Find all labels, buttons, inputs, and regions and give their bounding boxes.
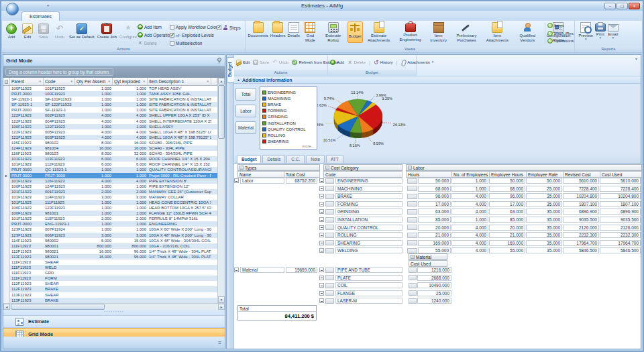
side-button-total[interactable]: Total (235, 88, 256, 101)
horizontal-scroll-thumb[interactable] (11, 304, 105, 310)
filter-icon[interactable]: ▼ (39, 80, 42, 83)
grid-vertical-scrollbar[interactable]: ▲ ▼ (217, 78, 225, 303)
material-cost-row[interactable]: 1240.000 (409, 298, 451, 304)
ribbon-button-product-engineering[interactable]: Product Engineering (395, 21, 426, 43)
ribbon-button-delete[interactable]: Delete (138, 40, 172, 46)
checkbox-icon[interactable] (170, 25, 174, 30)
filter-icon[interactable]: ▼ (207, 80, 209, 83)
cost-category-row[interactable]: FORMING (319, 201, 402, 207)
ribbon-button-configure[interactable]: Configure (119, 22, 138, 41)
table-row[interactable]: 113F1192398002116.00096.0001/4" Thick X … (3, 254, 217, 259)
labor-row[interactable]: 169.0004.000169.00035.00017964.70017964.… (407, 240, 641, 246)
column-header-item-description-1[interactable]: Item Description 1▼ (148, 78, 211, 85)
toolbar-button-save[interactable]: Save (253, 60, 269, 65)
table-row[interactable]: 122F11923005F119234.0004.000SHELL 10GA X… (3, 129, 217, 135)
toolbar-button-edit[interactable]: Edit (236, 60, 250, 65)
expander-icon[interactable] (319, 186, 324, 191)
table-row[interactable]: 101F11923115F119232.0002.000FERRULE 8" 1… (3, 216, 217, 221)
toolbar-button-add[interactable]: Add (330, 60, 344, 65)
group-by-bar[interactable]: Drag a column header here to group by th… (3, 66, 225, 78)
toolbar-button-delete[interactable]: Delete (347, 60, 366, 65)
table-row[interactable]: 111F11923GRD (3, 270, 217, 276)
table-row[interactable]: 111F11923FORM (3, 276, 217, 281)
expander-icon[interactable] (319, 276, 324, 280)
expander-icon[interactable] (319, 233, 324, 237)
expander-icon[interactable] (319, 298, 324, 303)
table-row[interactable]: 101F11923111F119231.0001.000HEAD CONE EC… (3, 200, 217, 205)
ribbon-button-details[interactable]: Details (287, 21, 301, 43)
steps-toggle[interactable]: Steps (217, 25, 241, 30)
table-row[interactable]: 123F11923007F119241.0001.00010GA X 60" W… (3, 227, 217, 232)
checkbox-icon[interactable] (170, 33, 174, 38)
select-all-cell[interactable] (3, 78, 10, 85)
expander-icon[interactable] (319, 178, 324, 183)
table-row[interactable]: 123F11923006F119233.0003.00010GA X 48" W… (3, 233, 217, 238)
ribbon-button-print[interactable]: Print▼ (594, 21, 606, 42)
expander-icon[interactable] (319, 202, 324, 207)
expander-icon[interactable] (319, 248, 324, 253)
table-row[interactable]: 112F11923BRAKE (3, 286, 217, 292)
expander-icon[interactable] (319, 241, 324, 245)
table-row[interactable]: 100F11923122F119231.0001.000SHELL ASSY (3, 124, 217, 129)
expander-icon[interactable] (319, 291, 324, 296)
column-header-qty-per-assem[interactable]: Qty Per Assem▼ (75, 78, 113, 85)
ribbon-button-preview[interactable]: Preview▼ (578, 21, 594, 42)
table-row[interactable]: 113F11923SHEAR (3, 292, 217, 298)
cost-category-row[interactable]: BRAKE (319, 193, 402, 199)
ribbon-button-documents[interactable]: Documents (248, 21, 269, 43)
expander-icon[interactable] (319, 217, 324, 222)
labor-row[interactable]: 50.0001.00050.00050.0005610.0005610.000 (407, 178, 641, 184)
labor-row[interactable]: 96.0004.00096.00035.00010204.80010204.80… (407, 193, 641, 199)
side-button-labor[interactable]: Labor (235, 105, 256, 117)
ribbon-button-grid-mode[interactable]: Grid Mode (301, 21, 319, 43)
expander-icon[interactable] (319, 194, 324, 198)
ribbon-button-email[interactable]: Email▼ (607, 21, 619, 42)
expander-icon[interactable] (319, 209, 324, 214)
labor-row[interactable]: 21.0004.00021.00035.0002232.3002232.300 (407, 232, 641, 238)
column-header-code[interactable]: Code (323, 171, 402, 178)
labor-row[interactable]: 68.0001.00068.00025.0007228.4007228.400 (407, 186, 641, 192)
toolbar-button-undo[interactable]: Undo (272, 60, 288, 65)
table-row[interactable]: 101F11923116F119234.0004.000PIPE EXTENSI… (3, 178, 217, 184)
additional-information-header[interactable]: ▲ Additional Information (234, 76, 641, 84)
scroll-down-icon[interactable]: ▼ (218, 296, 225, 303)
filter-icon[interactable]: ▼ (143, 80, 146, 83)
cost-category-row[interactable]: SHEARING (319, 240, 402, 246)
table-row[interactable]: 111F11923SHEAR (3, 259, 217, 265)
ribbon-button-add-operation[interactable]: Add Operation (138, 32, 172, 38)
column-header-parent[interactable]: Parent▼ (10, 78, 44, 85)
table-row[interactable]: 111F11923WELD (3, 265, 217, 270)
table-row[interactable]: 122F11923002F119234.0004.000SHELL UPPER … (3, 113, 217, 118)
nav-item-estimate[interactable]: Estimate (3, 315, 225, 328)
table-row[interactable]: 122F11923004F119234.0004.000SHELL INTERR… (3, 119, 217, 124)
panel-splitter[interactable]: ········· (3, 310, 225, 315)
vertical-scroll-thumb[interactable] (218, 85, 225, 139)
checkbox-multiselection[interactable]: Multiselection (170, 41, 219, 46)
app-button[interactable] (6, 3, 19, 15)
material-category-row[interactable]: PLATE (319, 275, 402, 281)
ribbon-button-create-job[interactable]: Create Job (97, 22, 117, 41)
table-row[interactable]: 122F11923003F119234.0004.000SHELL 10GA X… (3, 135, 217, 140)
cost-category-row[interactable]: GRINDING (319, 209, 402, 215)
column-header-name[interactable]: Name (237, 171, 284, 178)
table-row[interactable]: 100F11923101F119231.0001.000TOP HEAD ASS… (3, 86, 217, 91)
table-row[interactable]: 100F119239810011.0001.000FLANGE 12" 150L… (3, 211, 217, 216)
table-row[interactable]: 100F11923124F119231.0001.000PIPE EXTENSI… (3, 184, 217, 189)
tab-note[interactable]: Note (306, 155, 325, 163)
table-row[interactable]: 101F11923114F119233.0003.000MANWAY COLLA… (3, 194, 217, 200)
column-header-total-cost[interactable]: Total Cost (284, 171, 320, 178)
table-row[interactable]: 124F1192398100416.00016.000SCH40 - 304L … (3, 145, 217, 151)
table-row[interactable]: 115F119239801028.00016.000SCH80 - 316/31… (3, 140, 217, 145)
table-row[interactable]: 101F11923113F119236.0006.000ROOF CHANNEL… (3, 156, 217, 162)
table-row[interactable]: 101F11923001F119232.0002.000MANWAY GEE 2… (3, 189, 217, 194)
expander-icon[interactable] (234, 268, 239, 272)
checkbox-exploded-levels[interactable]: +/-Exploded Levels (170, 33, 219, 38)
ribbon-button-preliminary-purchases[interactable]: Preliminary Purchases (451, 21, 482, 43)
table-row[interactable]: 114F119239800025.00015.00010GA X 48" Wid… (3, 238, 217, 243)
material-cost-row[interactable]: 1216.000 (409, 267, 451, 273)
ribbon-button-items[interactable]: Items (547, 23, 574, 28)
material-category-row[interactable]: FLANGE (319, 290, 402, 296)
ribbon-button-save[interactable]: Save (36, 22, 51, 41)
checkbox-apply-workflow-colors[interactable]: Apply Workflow Colors (170, 25, 219, 30)
toolbar-button-history[interactable]: History (374, 60, 393, 65)
